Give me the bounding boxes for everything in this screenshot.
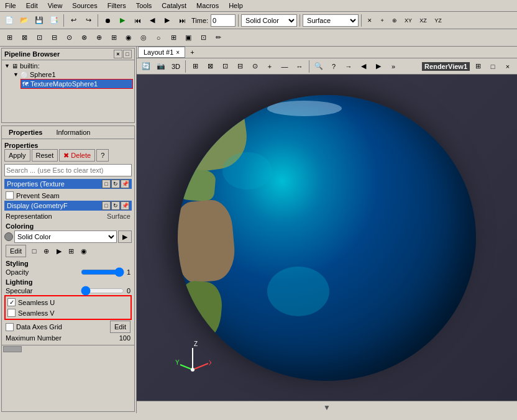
orient-yz-btn[interactable]: YZ [431, 14, 445, 27]
tb2-btn9[interactable]: ◉ [122, 31, 135, 45]
render-tb6[interactable]: ⊡ [218, 60, 232, 73]
layout-tab-close[interactable]: × [176, 49, 180, 56]
seamless-u-checkbox[interactable]: ✓ [7, 298, 16, 306]
color-tb1[interactable]: □ [29, 245, 40, 257]
render-tb14[interactable]: → [342, 60, 355, 73]
time-input[interactable] [211, 14, 236, 27]
record-btn[interactable]: ⏺ [101, 14, 114, 27]
menu-help[interactable]: Help [226, 1, 245, 10]
opacity-slider[interactable] [81, 268, 124, 276]
render-tb11[interactable]: ↔ [293, 60, 306, 73]
orient-y-btn[interactable]: + [377, 14, 388, 27]
surface-select[interactable]: Surface [303, 14, 359, 27]
tb2-btn3[interactable]: ⊡ [32, 31, 46, 45]
color-edit-button[interactable]: Edit [6, 245, 26, 257]
tb2-btn8[interactable]: ⊞ [107, 31, 121, 45]
tb2-btn6[interactable]: ⊗ [77, 31, 91, 45]
display-btn1[interactable]: □ [102, 201, 111, 210]
tb2-btn10[interactable]: ◎ [137, 31, 150, 45]
bottom-arrow[interactable]: ▼ [323, 403, 331, 412]
tb2-btn4[interactable]: ⊟ [47, 31, 61, 45]
menu-view[interactable]: View [45, 1, 65, 10]
menu-macros[interactable]: Macros [194, 1, 221, 10]
first-btn[interactable]: ⏮ [130, 14, 144, 27]
seamless-v-checkbox[interactable] [7, 309, 16, 317]
next-btn[interactable]: ▶ [160, 14, 174, 27]
tab-information[interactable]: Information [49, 126, 97, 139]
render-layout-btn1[interactable]: ⊞ [471, 60, 485, 73]
menu-tools[interactable]: Tools [134, 1, 155, 10]
tree-item-sphere[interactable]: ▼ ⚪ Sphere1 [12, 70, 133, 79]
tab-properties[interactable]: Properties [2, 126, 49, 139]
tb2-btn7[interactable]: ⊕ [92, 31, 106, 45]
tb2-btn11[interactable]: ○ [152, 31, 165, 45]
texture-btn3[interactable]: 📌 [121, 180, 129, 188]
render-tb15[interactable]: ◀ [357, 60, 370, 73]
tb2-btn13[interactable]: ▣ [181, 31, 195, 45]
render-tb3[interactable]: 3D [169, 60, 183, 73]
render-layout-btn3[interactable]: × [501, 60, 515, 73]
render-tb16[interactable]: ▶ [372, 60, 385, 73]
display-btn3[interactable]: 📌 [121, 201, 129, 210]
layout-tab[interactable]: Layout #1 × [138, 47, 185, 58]
pipeline-close-btn[interactable]: × [114, 50, 122, 58]
redo-btn[interactable]: ↪ [81, 14, 95, 27]
tb2-btn12[interactable]: ⊞ [167, 31, 180, 45]
color-tb2[interactable]: ⊕ [41, 245, 52, 257]
delete-button[interactable]: ✖ Delete [59, 149, 95, 162]
data-axes-checkbox[interactable] [6, 323, 14, 331]
tree-item-texture[interactable]: 🗺 TextureMaptoSphere1 [21, 79, 133, 89]
render-tb5[interactable]: ⊠ [203, 60, 217, 73]
render-tb10[interactable]: — [278, 60, 291, 73]
tb2-btn5[interactable]: ⊙ [62, 31, 76, 45]
render-layout-btn2[interactable]: □ [486, 60, 500, 73]
save-btn[interactable]: 💾 [32, 14, 46, 27]
tb2-btn15[interactable]: ✏ [211, 31, 225, 45]
render-tb8[interactable]: ⊙ [248, 60, 262, 73]
tb2-btn1[interactable]: ⊞ [2, 31, 16, 45]
menu-edit[interactable]: Edit [24, 1, 40, 10]
render-tb2[interactable]: 📷 [154, 60, 168, 73]
render-tb1[interactable]: 🔄 [139, 60, 153, 73]
color-select[interactable]: Solid Color [14, 231, 117, 243]
render-tb13[interactable]: ? [327, 60, 341, 73]
orient-x-btn[interactable]: ✕ [364, 14, 375, 27]
color-tb4[interactable]: ⊞ [66, 245, 77, 257]
undo-btn[interactable]: ↩ [66, 14, 80, 27]
pipeline-max-btn[interactable]: □ [123, 50, 132, 58]
menu-filters[interactable]: Filters [105, 1, 129, 10]
representation-select[interactable]: Solid Color [241, 14, 297, 27]
orient-xz-btn[interactable]: XZ [416, 14, 430, 27]
render-tb4[interactable]: ⊞ [188, 60, 202, 73]
apply-button[interactable]: Apply [4, 149, 30, 162]
texture-btn1[interactable]: □ [102, 180, 111, 188]
tree-item-builtin[interactable]: ▼ 🖥 builtin: [3, 62, 133, 70]
orient-z-btn[interactable]: ⊕ [389, 14, 400, 27]
tb2-btn14[interactable]: ⊡ [196, 31, 210, 45]
orient-xy-btn[interactable]: XY [401, 14, 415, 27]
help-button[interactable]: ? [96, 149, 109, 162]
render-tb9[interactable]: + [263, 60, 277, 73]
props-scroll-thumb[interactable] [3, 346, 22, 352]
prevent-seam-checkbox[interactable] [6, 191, 14, 199]
menu-sources[interactable]: Sources [70, 1, 99, 10]
texture-btn2[interactable]: ↻ [111, 180, 120, 188]
add-layout-btn[interactable]: + [186, 47, 198, 57]
save-state-btn[interactable]: 📑 [47, 14, 61, 27]
new-btn[interactable]: 📄 [2, 14, 16, 27]
render-tb7[interactable]: ⊟ [233, 60, 247, 73]
prev-btn[interactable]: ◀ [145, 14, 159, 27]
reset-button[interactable]: Reset [32, 149, 58, 162]
color-arrow-btn[interactable]: ▶ [118, 231, 132, 243]
menu-catalyst[interactable]: Catalyst [159, 1, 189, 10]
last-btn[interactable]: ⏭ [175, 14, 189, 27]
props-scrollbar-h[interactable] [2, 345, 134, 352]
display-btn2[interactable]: ↻ [111, 201, 120, 210]
tb2-btn2[interactable]: ⊠ [17, 31, 31, 45]
color-tb3[interactable]: ▶ [53, 245, 65, 257]
render-tb17[interactable]: » [387, 60, 400, 73]
render-tb12[interactable]: 🔍 [312, 60, 326, 73]
open-btn[interactable]: 📂 [17, 14, 31, 27]
specular-slider[interactable] [81, 287, 124, 294]
props-search-input[interactable] [4, 164, 132, 176]
